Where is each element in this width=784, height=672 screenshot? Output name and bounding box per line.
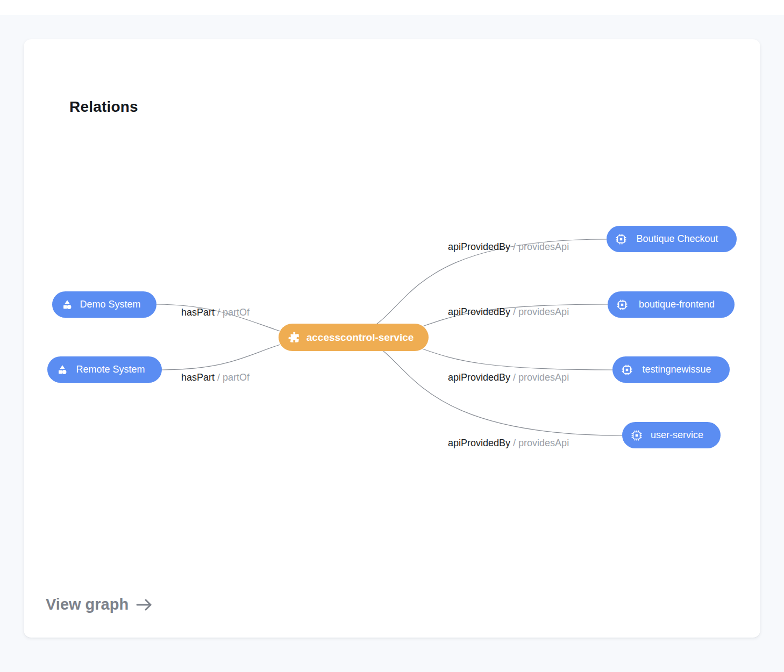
edge-label-api-user-service: apiProvidedBy/ providesApi: [448, 438, 569, 449]
edge-label-haspart-remote: hasPart/ partOf: [181, 372, 250, 383]
card-title: Relations: [69, 98, 138, 116]
node-demo-system[interactable]: Demo System: [52, 291, 156, 318]
node-boutique-checkout[interactable]: Boutique Checkout: [607, 226, 737, 252]
edge-label-secondary: / providesApi: [513, 438, 569, 448]
arrow-right-icon: [135, 597, 153, 613]
edge-label-secondary: / partOf: [217, 307, 250, 318]
node-label: Demo System: [73, 299, 148, 310]
node-label: boutique-frontend: [628, 299, 726, 310]
view-graph-link[interactable]: View graph: [46, 596, 153, 613]
node-label: testingnewissue: [632, 364, 721, 375]
node-accesscontrol-service[interactable]: accesscontrol-service: [279, 324, 429, 351]
edge-label-secondary: / providesApi: [513, 372, 569, 383]
edge-label-secondary: / partOf: [217, 372, 250, 383]
edge-label-primary: hasPart: [181, 372, 215, 383]
node-label: accesscontrol-service: [300, 332, 420, 344]
edge-label-api-testingnewissue: apiProvidedBy/ providesApi: [448, 372, 569, 383]
node-label: Remote System: [68, 364, 153, 375]
top-strip: [0, 0, 784, 15]
edge-label-primary: apiProvidedBy: [448, 241, 510, 252]
chip-icon: [617, 299, 628, 310]
edge-label-secondary: / providesApi: [513, 306, 569, 317]
edge-label-secondary: / providesApi: [513, 241, 569, 252]
edge-label-primary: apiProvidedBy: [448, 438, 510, 448]
node-boutique-frontend[interactable]: boutique-frontend: [608, 291, 735, 318]
chip-icon: [616, 234, 626, 245]
node-user-service[interactable]: user-service: [622, 422, 721, 448]
node-testingnewissue[interactable]: testingnewissue: [612, 356, 730, 383]
edge-label-primary: apiProvidedBy: [448, 372, 510, 383]
chip-icon: [622, 364, 632, 375]
edge-label-haspart-demo: hasPart/ partOf: [181, 307, 250, 318]
edge-label-api-boutique-checkout: apiProvidedBy/ providesApi: [448, 241, 569, 253]
shapes-icon: [56, 364, 68, 375]
edge-label-primary: hasPart: [181, 307, 215, 318]
node-label: Boutique Checkout: [626, 233, 728, 245]
node-remote-system[interactable]: Remote System: [47, 356, 162, 383]
chip-icon: [631, 430, 642, 441]
puzzle-icon: [288, 331, 300, 344]
edge-label-primary: apiProvidedBy: [448, 306, 510, 317]
node-label: user-service: [642, 430, 712, 441]
shapes-icon: [61, 299, 73, 310]
edge-label-api-boutique-frontend: apiProvidedBy/ providesApi: [448, 306, 569, 318]
view-graph-label: View graph: [46, 596, 129, 613]
